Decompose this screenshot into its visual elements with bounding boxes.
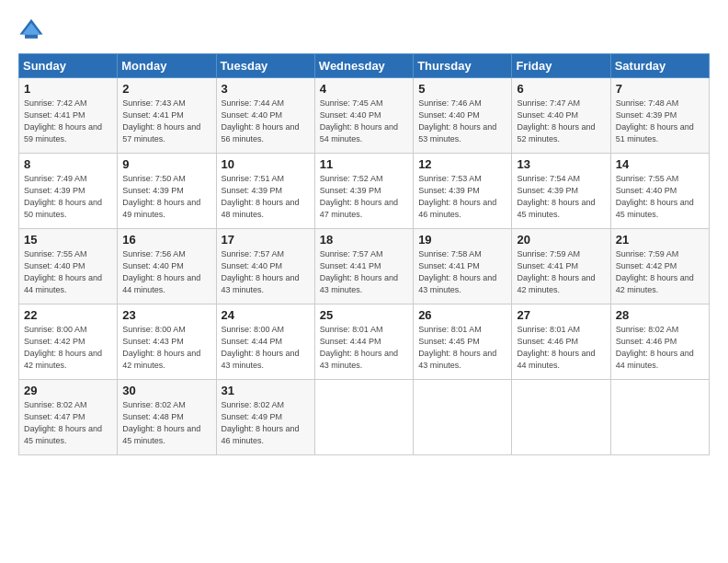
day-number: 3 xyxy=(222,82,311,96)
day-cell: 18 Sunrise: 7:57 AMSunset: 4:41 PMDaylig… xyxy=(314,229,413,304)
day-cell: 7 Sunrise: 7:48 AMSunset: 4:39 PMDayligh… xyxy=(610,78,709,154)
weekday-header-thursday: Thursday xyxy=(414,54,512,78)
day-cell: 31 Sunrise: 8:02 AMSunset: 4:49 PMDaylig… xyxy=(216,380,314,455)
day-info: Sunrise: 7:55 AMSunset: 4:40 PMDaylight:… xyxy=(616,174,694,219)
day-cell: 25 Sunrise: 8:01 AMSunset: 4:44 PMDaylig… xyxy=(314,304,413,380)
day-number: 31 xyxy=(222,384,311,397)
day-info: Sunrise: 7:50 AMSunset: 4:39 PMDaylight:… xyxy=(122,174,200,219)
day-info: Sunrise: 7:52 AMSunset: 4:39 PMDaylight:… xyxy=(320,174,398,219)
day-number: 27 xyxy=(517,308,606,322)
week-row-3: 15 Sunrise: 7:55 AMSunset: 4:40 PMDaylig… xyxy=(19,229,710,304)
weekday-header-tuesday: Tuesday xyxy=(216,54,314,78)
day-cell: 23 Sunrise: 8:00 AMSunset: 4:43 PMDaylig… xyxy=(118,304,216,380)
day-info: Sunrise: 7:44 AMSunset: 4:40 PMDaylight:… xyxy=(222,98,300,144)
day-info: Sunrise: 7:49 AMSunset: 4:39 PMDaylight:… xyxy=(24,174,102,219)
day-number: 20 xyxy=(517,233,606,247)
day-cell: 11 Sunrise: 7:52 AMSunset: 4:39 PMDaylig… xyxy=(314,154,413,229)
day-number: 17 xyxy=(222,233,311,247)
day-info: Sunrise: 8:00 AMSunset: 4:42 PMDaylight:… xyxy=(24,325,102,370)
day-number: 26 xyxy=(418,308,507,322)
day-cell xyxy=(512,380,610,455)
day-cell: 20 Sunrise: 7:59 AMSunset: 4:41 PMDaylig… xyxy=(512,229,610,304)
day-info: Sunrise: 7:57 AMSunset: 4:40 PMDaylight:… xyxy=(222,249,300,294)
calendar: SundayMondayTuesdayWednesdayThursdayFrid… xyxy=(18,53,710,455)
day-number: 12 xyxy=(418,157,507,171)
day-number: 10 xyxy=(222,157,311,171)
weekday-header-wednesday: Wednesday xyxy=(314,54,413,78)
day-cell: 5 Sunrise: 7:46 AMSunset: 4:40 PMDayligh… xyxy=(414,78,512,154)
logo xyxy=(18,17,48,42)
day-number: 14 xyxy=(616,157,705,171)
weekday-header-saturday: Saturday xyxy=(610,54,709,78)
day-number: 15 xyxy=(24,233,113,247)
weekday-header-sunday: Sunday xyxy=(19,54,118,78)
day-cell: 10 Sunrise: 7:51 AMSunset: 4:39 PMDaylig… xyxy=(216,154,314,229)
day-info: Sunrise: 7:55 AMSunset: 4:40 PMDaylight:… xyxy=(24,249,102,294)
day-cell: 14 Sunrise: 7:55 AMSunset: 4:40 PMDaylig… xyxy=(610,154,709,229)
day-number: 16 xyxy=(122,233,211,247)
day-info: Sunrise: 7:46 AMSunset: 4:40 PMDaylight:… xyxy=(418,98,496,144)
day-number: 4 xyxy=(320,82,409,96)
day-number: 22 xyxy=(24,308,113,322)
day-cell: 15 Sunrise: 7:55 AMSunset: 4:40 PMDaylig… xyxy=(19,229,118,304)
day-cell xyxy=(414,380,512,455)
day-number: 5 xyxy=(418,82,507,96)
day-cell: 19 Sunrise: 7:58 AMSunset: 4:41 PMDaylig… xyxy=(414,229,512,304)
day-number: 28 xyxy=(616,308,705,322)
day-info: Sunrise: 7:53 AMSunset: 4:39 PMDaylight:… xyxy=(418,174,496,219)
day-cell: 24 Sunrise: 8:00 AMSunset: 4:44 PMDaylig… xyxy=(216,304,314,380)
day-number: 19 xyxy=(418,233,507,247)
day-cell: 8 Sunrise: 7:49 AMSunset: 4:39 PMDayligh… xyxy=(19,154,118,229)
day-info: Sunrise: 8:02 AMSunset: 4:46 PMDaylight:… xyxy=(616,325,694,370)
day-number: 23 xyxy=(122,308,211,322)
day-info: Sunrise: 7:59 AMSunset: 4:42 PMDaylight:… xyxy=(616,249,694,294)
day-cell: 29 Sunrise: 8:02 AMSunset: 4:47 PMDaylig… xyxy=(19,380,118,455)
day-info: Sunrise: 7:54 AMSunset: 4:39 PMDaylight:… xyxy=(517,174,595,219)
day-cell: 1 Sunrise: 7:42 AMSunset: 4:41 PMDayligh… xyxy=(19,78,118,154)
header xyxy=(18,17,710,42)
day-number: 13 xyxy=(517,157,606,171)
day-cell: 4 Sunrise: 7:45 AMSunset: 4:40 PMDayligh… xyxy=(314,78,413,154)
day-number: 1 xyxy=(24,82,113,96)
day-info: Sunrise: 7:42 AMSunset: 4:41 PMDaylight:… xyxy=(24,98,102,144)
day-cell: 28 Sunrise: 8:02 AMSunset: 4:46 PMDaylig… xyxy=(610,304,709,380)
svg-rect-2 xyxy=(25,35,38,39)
day-number: 11 xyxy=(320,157,409,171)
day-cell xyxy=(314,380,413,455)
page: SundayMondayTuesdayWednesdayThursdayFrid… xyxy=(0,0,728,465)
day-number: 18 xyxy=(320,233,409,247)
day-cell: 27 Sunrise: 8:01 AMSunset: 4:46 PMDaylig… xyxy=(512,304,610,380)
day-number: 7 xyxy=(616,82,705,96)
day-info: Sunrise: 8:00 AMSunset: 4:44 PMDaylight:… xyxy=(222,325,300,370)
week-row-5: 29 Sunrise: 8:02 AMSunset: 4:47 PMDaylig… xyxy=(19,380,710,455)
day-cell: 17 Sunrise: 7:57 AMSunset: 4:40 PMDaylig… xyxy=(216,229,314,304)
day-info: Sunrise: 8:02 AMSunset: 4:49 PMDaylight:… xyxy=(222,400,300,445)
weekday-header-row: SundayMondayTuesdayWednesdayThursdayFrid… xyxy=(19,54,710,78)
day-number: 21 xyxy=(616,233,705,247)
day-info: Sunrise: 7:59 AMSunset: 4:41 PMDaylight:… xyxy=(517,249,595,294)
day-info: Sunrise: 7:48 AMSunset: 4:39 PMDaylight:… xyxy=(616,98,694,144)
logo-icon xyxy=(18,17,44,42)
day-cell: 2 Sunrise: 7:43 AMSunset: 4:41 PMDayligh… xyxy=(118,78,216,154)
day-cell: 21 Sunrise: 7:59 AMSunset: 4:42 PMDaylig… xyxy=(610,229,709,304)
day-cell: 16 Sunrise: 7:56 AMSunset: 4:40 PMDaylig… xyxy=(118,229,216,304)
day-number: 30 xyxy=(122,384,211,397)
week-row-4: 22 Sunrise: 8:00 AMSunset: 4:42 PMDaylig… xyxy=(19,304,710,380)
weekday-header-monday: Monday xyxy=(118,54,216,78)
day-info: Sunrise: 8:02 AMSunset: 4:48 PMDaylight:… xyxy=(122,400,200,445)
day-cell: 30 Sunrise: 8:02 AMSunset: 4:48 PMDaylig… xyxy=(118,380,216,455)
day-number: 24 xyxy=(222,308,311,322)
day-info: Sunrise: 8:01 AMSunset: 4:44 PMDaylight:… xyxy=(320,325,398,370)
week-row-2: 8 Sunrise: 7:49 AMSunset: 4:39 PMDayligh… xyxy=(19,154,710,229)
day-info: Sunrise: 7:57 AMSunset: 4:41 PMDaylight:… xyxy=(320,249,398,294)
day-number: 8 xyxy=(24,157,113,171)
day-cell: 3 Sunrise: 7:44 AMSunset: 4:40 PMDayligh… xyxy=(216,78,314,154)
day-info: Sunrise: 7:47 AMSunset: 4:40 PMDaylight:… xyxy=(517,98,595,144)
day-number: 29 xyxy=(24,384,113,397)
day-info: Sunrise: 8:01 AMSunset: 4:46 PMDaylight:… xyxy=(517,325,595,370)
day-info: Sunrise: 7:45 AMSunset: 4:40 PMDaylight:… xyxy=(320,98,398,144)
day-info: Sunrise: 7:58 AMSunset: 4:41 PMDaylight:… xyxy=(418,249,496,294)
day-info: Sunrise: 7:43 AMSunset: 4:41 PMDaylight:… xyxy=(122,98,200,144)
day-cell: 13 Sunrise: 7:54 AMSunset: 4:39 PMDaylig… xyxy=(512,154,610,229)
day-cell: 26 Sunrise: 8:01 AMSunset: 4:45 PMDaylig… xyxy=(414,304,512,380)
